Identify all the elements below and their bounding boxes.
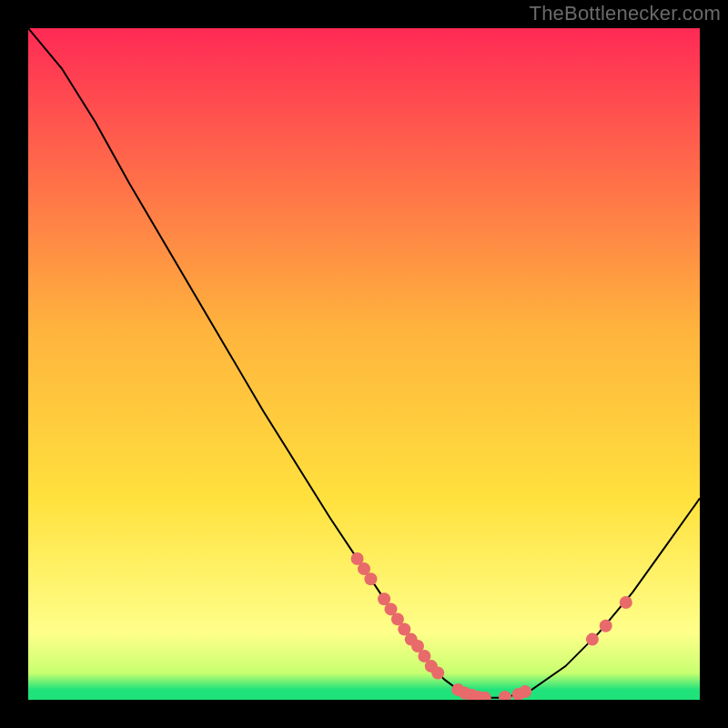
data-marker	[600, 620, 612, 632]
data-marker	[431, 667, 444, 680]
data-marker	[519, 685, 531, 698]
plot-frame	[28, 28, 700, 700]
data-marker	[364, 572, 377, 585]
data-marker	[620, 596, 632, 609]
chart-container: TheBottlenecker.com	[0, 0, 728, 728]
data-marker	[586, 633, 599, 646]
bottleneck-chart	[28, 28, 700, 700]
gradient-background	[28, 28, 700, 700]
attribution-label: TheBottlenecker.com	[530, 2, 721, 25]
